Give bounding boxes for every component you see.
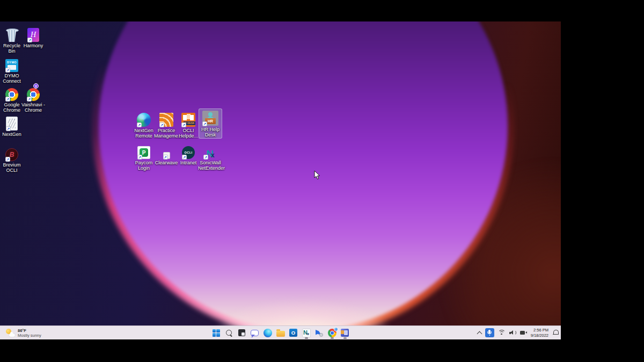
shortcut-arrow-icon [27, 38, 32, 42]
screen: Recycle Bin H Harmony DYMO DYMO Connect … [0, 0, 644, 362]
shortcut-arrow-icon [182, 155, 187, 160]
desktop-icon-google-chrome[interactable]: Google Chrome [0, 84, 24, 114]
mouse-cursor [314, 170, 320, 182]
hidden-icons-chevron-icon[interactable] [477, 331, 482, 336]
weather-widget[interactable]: 86°F Mostly sunny [4, 326, 43, 339]
recycle-bin-icon [6, 28, 18, 42]
shortcut-arrow-icon [203, 155, 208, 160]
app-icon [341, 329, 349, 337]
outlook-button[interactable]: O [288, 327, 299, 339]
icon-label: NextGen Remote [134, 128, 153, 139]
edge-button[interactable] [262, 327, 274, 339]
icon-label: Harmony [24, 43, 43, 48]
desktop-icon-paycom-login[interactable]: P Paycom Login [132, 142, 156, 172]
search-icon [225, 329, 233, 337]
chat-button[interactable] [249, 327, 261, 339]
chrome-taskbar-button[interactable] [326, 327, 338, 339]
shortcut-arrow-icon [163, 155, 168, 160]
clock[interactable]: 2:56 PM 9/18/2022 [531, 328, 548, 338]
icon-label: OCLI Helpde... [179, 128, 198, 139]
microphone-button[interactable] [485, 328, 494, 337]
task-view-icon [238, 329, 245, 336]
weather-temperature: 86°F [18, 328, 41, 333]
app-taskbar-button[interactable] [339, 327, 351, 339]
chrome-profile-badge [334, 327, 338, 331]
shortcut-arrow-icon [181, 122, 186, 127]
chat-bubble-icon [251, 330, 259, 336]
weather-sun-cloud-icon [6, 329, 15, 337]
desktop-icon-hr-help-desk[interactable]: HR HR Help Desk [199, 108, 222, 139]
folder-icon [276, 331, 285, 337]
weather-condition: Mostly sunny [18, 333, 41, 338]
dymo-wordmark: DYMO [7, 61, 17, 64]
desktop-icon-ocli-helpdesk[interactable]: IP DESK OCLI Helpde... [177, 110, 200, 140]
taskbar: 86°F Mostly sunny O Nx [0, 325, 561, 339]
taskbar-center: O Nx [0, 326, 561, 339]
desktop-icon-recycle-bin[interactable]: Recycle Bin [0, 25, 24, 55]
icon-label: Vaishnavi - Chrome [21, 102, 45, 113]
desktop-icon-harmony[interactable]: H Harmony [21, 25, 45, 49]
icon-label: Intranet [180, 160, 197, 165]
desktop-icon-sonicwall-netextender[interactable]: Nx SonicWall NetExtender [199, 142, 222, 172]
desktop-icon-practice-management[interactable]: Practice Manageme... [155, 110, 178, 140]
icon-label: Google Chrome [3, 102, 20, 113]
volume-icon[interactable] [509, 330, 516, 336]
file-explorer-button[interactable] [275, 327, 287, 339]
shortcut-arrow-icon [202, 121, 207, 126]
shortcut-arrow-icon [137, 155, 142, 160]
shortcut-arrow-icon [5, 68, 10, 73]
shortcut-arrow-icon [137, 122, 142, 127]
remote-desktop-icon [315, 329, 323, 337]
icon-label: DYMO Connect [3, 73, 21, 84]
tray-date: 9/18/2022 [531, 333, 548, 338]
system-tray: 2:56 PM 9/18/2022 [478, 326, 558, 339]
notifications-bell-icon[interactable] [553, 330, 558, 336]
desktop-icon-nextgen-remote[interactable]: NextGen Remote [132, 110, 156, 140]
start-button[interactable] [210, 327, 222, 339]
icon-label: Paycom Login [135, 160, 153, 171]
shortcut-arrow-icon [6, 126, 11, 131]
remote-desktop-button[interactable] [313, 327, 325, 339]
icon-label: Clearwave [155, 160, 178, 165]
icon-label: Recycle Bin [0, 43, 24, 54]
desktop-icon-brevium-ocli[interactable]: B Brevium OCLI [0, 144, 24, 174]
edge-icon [264, 329, 272, 337]
nextgen-nx-icon: Nx [302, 329, 311, 337]
chrome-icon [328, 329, 336, 337]
icon-label: Practice Manageme... [154, 128, 179, 139]
desktop-icon-dymo-connect[interactable]: DYMO DYMO Connect [0, 55, 24, 85]
icon-label: SonicWall NetExtender [198, 160, 223, 171]
icon-label: NextGen [2, 132, 21, 137]
tray-time: 2:56 PM [531, 328, 548, 333]
outlook-icon: O [289, 329, 297, 337]
desktop-icon-clearwave[interactable]: Clearwave [155, 142, 178, 166]
shortcut-arrow-icon [5, 97, 10, 102]
shortcut-arrow-icon [27, 97, 32, 102]
desktop-icon-vaishnavi-chrome[interactable]: V Vaishnavi - Chrome [21, 84, 45, 114]
shortcut-arrow-icon [5, 157, 10, 162]
profile-badge: V [33, 83, 39, 89]
task-view-button[interactable] [236, 327, 248, 339]
wifi-icon[interactable] [498, 330, 506, 336]
camera-icon[interactable] [520, 330, 527, 335]
desktop-icon-ocli-intranet[interactable]: OCLI Intranet [177, 142, 200, 166]
desktop-surface[interactable]: Recycle Bin H Harmony DYMO DYMO Connect … [0, 21, 561, 339]
icon-label: Brevium OCLI [3, 162, 20, 173]
shortcut-arrow-icon [159, 122, 164, 127]
search-button[interactable] [223, 327, 235, 339]
windows-logo-icon [213, 329, 220, 337]
weather-text: 86°F Mostly sunny [18, 328, 41, 338]
desktop-icon-nextgen[interactable]: NextGen [0, 113, 24, 138]
nextgen-taskbar-button[interactable]: Nx [301, 327, 312, 339]
icon-label: HR Help Desk [199, 127, 222, 137]
